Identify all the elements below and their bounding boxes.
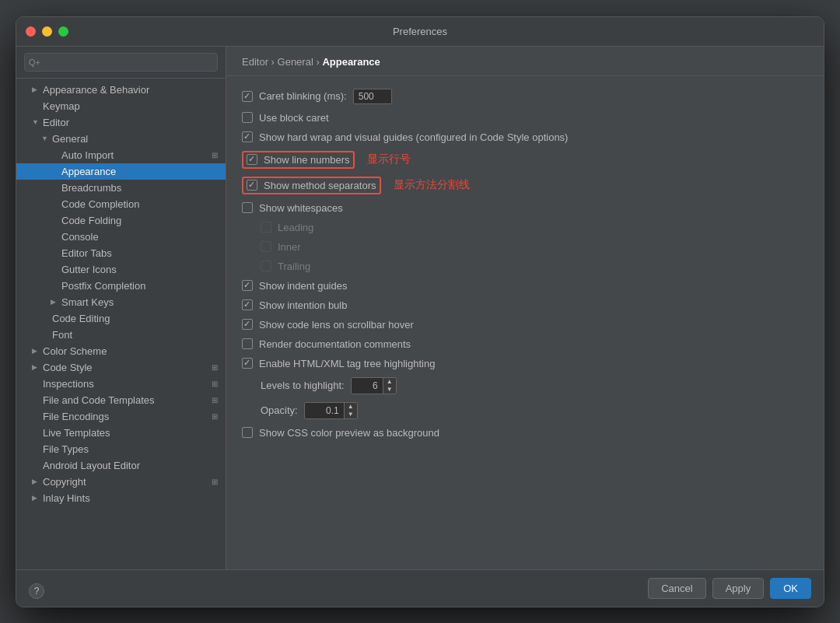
show-css-color-label[interactable]: Show CSS color preview as background: [242, 427, 439, 439]
trailing-label[interactable]: Trailing: [261, 261, 310, 272]
leading-label[interactable]: Leading: [261, 222, 313, 233]
bottom-bar-container: ? Cancel Apply OK: [16, 569, 824, 607]
sidebar-item-console[interactable]: Console: [16, 229, 226, 245]
show-indent-guides-label[interactable]: Show indent guides: [242, 280, 347, 292]
sidebar-item-label: Code Editing: [52, 313, 110, 324]
levels-input[interactable]: [352, 379, 383, 393]
show-line-numbers-label[interactable]: Show line numbers: [247, 154, 350, 166]
use-block-caret-label[interactable]: Use block caret: [242, 112, 329, 124]
help-button[interactable]: ?: [29, 583, 44, 599]
levels-up-button[interactable]: ▲: [383, 378, 396, 386]
show-hard-wrap-row: Show hard wrap and visual guides (config…: [242, 131, 808, 143]
sidebar-item-appearance-behavior[interactable]: ▶ Appearance & Behavior: [16, 82, 226, 98]
sidebar-item-breadcrumbs[interactable]: Breadcrumbs: [16, 180, 226, 196]
sidebar-item-keymap[interactable]: Keymap: [16, 98, 226, 114]
sidebar-item-code-completion[interactable]: Code Completion: [16, 196, 226, 212]
sidebar-item-smart-keys[interactable]: ▶ Smart Keys: [16, 294, 226, 310]
show-code-lens-label[interactable]: Show code lens on scrollbar hover: [242, 319, 414, 331]
enable-html-xml-text: Enable HTML/XML tag tree highlighting: [259, 358, 435, 369]
trailing-row: Trailing: [242, 261, 808, 272]
sidebar-item-label: Code Completion: [61, 198, 139, 210]
sidebar: Q+ ▶ Appearance & Behavior Keymap ▼: [16, 47, 226, 569]
enable-html-xml-row: Enable HTML/XML tag tree highlighting: [242, 358, 808, 369]
copy-icon: ⊞: [212, 396, 218, 404]
sidebar-item-font[interactable]: Font: [16, 327, 226, 343]
sidebar-item-editor-tabs[interactable]: Editor Tabs: [16, 245, 226, 261]
sidebar-item-file-types[interactable]: File Types: [16, 441, 226, 457]
sidebar-item-live-templates[interactable]: Live Templates: [16, 425, 226, 441]
expand-arrow: ▶: [32, 494, 40, 502]
show-intention-bulb-row: Show intention bulb: [242, 299, 808, 311]
show-code-lens-checkbox[interactable]: [242, 319, 253, 330]
render-doc-comments-row: Render documentation comments: [242, 338, 808, 350]
caret-blinking-label[interactable]: Caret blinking (ms):: [242, 90, 347, 102]
sidebar-item-label: Appearance: [61, 166, 116, 177]
breadcrumb-sep1: ›: [271, 56, 278, 68]
minimize-button[interactable]: [42, 26, 52, 37]
search-bar: Q+: [16, 47, 226, 79]
copy-icon: ⊞: [212, 380, 218, 388]
cancel-button[interactable]: Cancel: [648, 578, 705, 599]
caret-blinking-input[interactable]: [353, 89, 392, 104]
show-whitespaces-label[interactable]: Show whitespaces: [242, 202, 343, 214]
show-whitespaces-checkbox[interactable]: [242, 202, 253, 213]
show-indent-guides-checkbox[interactable]: [242, 280, 253, 291]
show-intention-bulb-checkbox[interactable]: [242, 299, 253, 310]
ok-button[interactable]: OK: [770, 578, 811, 599]
opacity-input[interactable]: [305, 404, 344, 418]
sidebar-item-copyright[interactable]: ▶ Copyright ⊞: [16, 474, 226, 490]
show-hard-wrap-checkbox[interactable]: [242, 131, 253, 142]
sidebar-item-label: File Encodings: [43, 411, 109, 422]
sidebar-item-code-style[interactable]: ▶ Code Style ⊞: [16, 359, 226, 376]
sidebar-item-code-editing[interactable]: Code Editing: [16, 310, 226, 327]
sidebar-item-inlay-hints[interactable]: ▶ Inlay Hints: [16, 490, 226, 506]
show-whitespaces-row: Show whitespaces: [242, 202, 808, 214]
show-hard-wrap-label[interactable]: Show hard wrap and visual guides (config…: [242, 131, 568, 143]
search-input[interactable]: [24, 53, 218, 72]
window-controls: [26, 26, 68, 37]
apply-button[interactable]: Apply: [712, 578, 765, 599]
sidebar-item-color-scheme[interactable]: ▶ Color Scheme: [16, 343, 226, 359]
sidebar-item-file-code-templates[interactable]: File and Code Templates ⊞: [16, 392, 226, 408]
opacity-down-button[interactable]: ▼: [345, 411, 357, 418]
show-method-separators-label[interactable]: Show method separators: [247, 180, 376, 191]
opacity-up-button[interactable]: ▲: [345, 403, 357, 411]
render-doc-comments-label[interactable]: Render documentation comments: [242, 338, 411, 350]
opacity-row: Opacity: ▲ ▼: [242, 402, 808, 419]
sidebar-item-editor[interactable]: ▼ Editor: [16, 114, 226, 131]
close-button[interactable]: [26, 26, 36, 37]
sidebar-item-postfix-completion[interactable]: Postfix Completion: [16, 278, 226, 294]
maximize-button[interactable]: [58, 26, 68, 37]
sidebar-item-file-encodings[interactable]: File Encodings ⊞: [16, 408, 226, 425]
enable-html-xml-label[interactable]: Enable HTML/XML tag tree highlighting: [242, 358, 435, 369]
sidebar-item-label: General: [52, 133, 88, 145]
sidebar-item-auto-import[interactable]: Auto Import ⊞: [16, 147, 226, 163]
show-line-numbers-row: Show line numbers 显示行号: [242, 151, 808, 169]
sidebar-item-label: Gutter Icons: [61, 264, 117, 275]
enable-html-xml-checkbox[interactable]: [242, 358, 253, 369]
opacity-spinner[interactable]: ▲ ▼: [304, 402, 358, 419]
levels-text: Levels to highlight:: [261, 380, 345, 391]
show-method-separators-checkbox[interactable]: [247, 180, 257, 191]
sidebar-item-gutter-icons[interactable]: Gutter Icons: [16, 261, 226, 278]
inner-label[interactable]: Inner: [261, 241, 301, 253]
caret-blinking-text: Caret blinking (ms):: [259, 90, 347, 102]
sidebar-item-label: Editor: [43, 117, 69, 128]
sidebar-item-inspections[interactable]: Inspections ⊞: [16, 376, 226, 392]
show-css-color-checkbox[interactable]: [242, 427, 253, 438]
show-intention-bulb-label[interactable]: Show intention bulb: [242, 299, 347, 311]
sidebar-item-appearance[interactable]: Appearance: [16, 163, 226, 180]
breadcrumb-part1: Editor: [242, 56, 268, 68]
show-line-numbers-checkbox[interactable]: [247, 154, 257, 165]
sidebar-item-code-folding[interactable]: Code Folding: [16, 212, 226, 229]
caret-blinking-checkbox[interactable]: [242, 91, 253, 102]
sidebar-item-general[interactable]: ▼ General: [16, 131, 226, 147]
expand-arrow: ▶: [32, 347, 40, 355]
use-block-caret-checkbox[interactable]: [242, 112, 253, 123]
levels-down-button[interactable]: ▼: [383, 386, 396, 394]
render-doc-comments-checkbox[interactable]: [242, 338, 253, 349]
levels-spinner[interactable]: ▲ ▼: [351, 377, 397, 394]
main-content: Q+ ▶ Appearance & Behavior Keymap ▼: [16, 47, 824, 569]
show-css-color-row: Show CSS color preview as background: [242, 427, 808, 439]
sidebar-item-android-layout-editor[interactable]: Android Layout Editor: [16, 457, 226, 474]
